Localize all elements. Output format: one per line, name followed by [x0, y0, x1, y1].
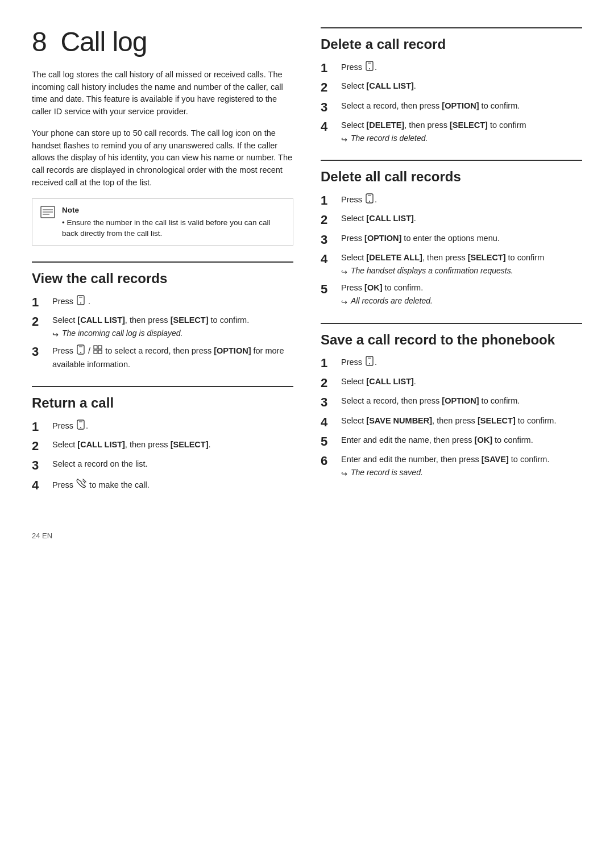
step-num: 2	[32, 314, 52, 329]
step-item: 1 Press .	[32, 295, 293, 310]
step-content: Press to make the call.	[52, 478, 293, 493]
note-icon	[40, 206, 56, 219]
page-footer: 24 EN	[32, 531, 582, 542]
svg-point-5	[80, 302, 81, 304]
chapter-title: 8 Call log	[32, 27, 293, 57]
step-content: Select [CALL LIST].	[341, 213, 582, 225]
section-title-delete-all: Delete all call records	[321, 169, 582, 185]
step-content: Select a record, then press [OPTION] to …	[341, 100, 582, 113]
step-content: Press .	[52, 295, 293, 309]
step-num: 1	[321, 356, 341, 371]
step-content: Select [DELETE ALL], then press [SELECT]…	[341, 252, 582, 277]
svg-rect-13	[98, 350, 102, 354]
step-item: 3 Select a record on the list.	[32, 458, 293, 473]
arrow-icon: ↪	[52, 329, 59, 340]
step-content: Select [CALL LIST].	[341, 376, 582, 388]
section-delete-all-records: Delete all call records 1 Press .	[321, 160, 582, 308]
intro-paragraph-2: Your phone can store up to 50 call recor…	[32, 127, 293, 189]
result-text: The record is deleted.	[351, 133, 428, 144]
call-icon-inline	[76, 478, 87, 493]
result-text: The incoming call log is displayed.	[62, 328, 182, 339]
step-content: Select a record on the list.	[52, 458, 293, 471]
section-delete-call-record: Delete a call record 1 Press .	[321, 27, 582, 145]
step-content: Press .	[52, 420, 293, 434]
svg-point-8	[80, 352, 81, 353]
step-list-delete-all: 1 Press . 2 Select [CALL LIST].	[321, 193, 582, 308]
result-line: ↪ The incoming call log is displayed.	[52, 328, 293, 340]
step-item: 3 Select a record, then press [OPTION] t…	[321, 100, 582, 115]
step-num: 2	[321, 80, 341, 95]
step-item: 5 Enter and edit the name, then press [O…	[321, 434, 582, 449]
step-content: Select [SAVE NUMBER], then press [SELECT…	[341, 415, 582, 427]
result-text: The handset displays a confirmation requ…	[351, 265, 513, 277]
step-item: 1 Press .	[321, 356, 582, 371]
step-content: Press [OK] to confirm. ↪ All records are…	[341, 282, 582, 308]
handset-icon-inline	[76, 295, 86, 309]
result-line: ↪ The record is saved.	[341, 467, 582, 480]
note-content: Note • Ensure the number in the call lis…	[62, 205, 285, 239]
svg-point-15	[80, 427, 81, 428]
step-content: Select a record, then press [OPTION] to …	[341, 395, 582, 408]
section-title-save: Save a call record to the phonebook	[321, 332, 582, 348]
section-title-delete: Delete a call record	[321, 36, 582, 53]
step-list-view: 1 Press . 2 Select [	[32, 295, 293, 371]
arrow-icon: ↪	[341, 468, 347, 480]
arrow-icon: ↪	[341, 297, 347, 308]
step-content: Enter and edit the number, then press [S…	[341, 454, 582, 479]
step-item: 2 Select [CALL LIST], then press [SELECT…	[32, 314, 293, 340]
step-num: 1	[32, 295, 52, 310]
svg-point-21	[369, 201, 370, 202]
step-num: 4	[32, 478, 52, 493]
svg-rect-11	[98, 346, 102, 349]
step-num: 2	[32, 439, 52, 454]
step-num: 3	[321, 100, 341, 115]
step-item: 4 Select [DELETE ALL], then press [SELEC…	[321, 252, 582, 277]
section-save-call-record: Save a call record to the phonebook 1 Pr…	[321, 323, 582, 480]
note-body: • Ensure the number in the call list is …	[62, 218, 285, 239]
result-text: All records are deleted.	[351, 296, 433, 307]
handset-icon-inline2	[76, 344, 86, 359]
step-list-delete: 1 Press . 2 Select [CALL LIST].	[321, 61, 582, 145]
arrow-icon: ↪	[341, 267, 347, 278]
step-list-return: 1 Press . 2 Select [C	[32, 420, 293, 493]
note-title: Note	[62, 205, 285, 216]
step-item: 4 Press to make the call.	[32, 478, 293, 493]
step-num: 2	[321, 376, 341, 391]
step-num: 3	[321, 232, 341, 247]
step-item: 1 Press .	[32, 420, 293, 434]
step-num: 3	[321, 395, 341, 410]
step-item: 5 Press [OK] to confirm. ↪ All records a…	[321, 282, 582, 308]
step-content: Press .	[341, 356, 582, 370]
handset-icon-delall1	[364, 193, 375, 207]
step-content: Enter and edit the name, then press [OK]…	[341, 434, 582, 447]
step-num: 4	[321, 252, 341, 267]
step-item: 2 Select [CALL LIST], then press [SELECT…	[32, 439, 293, 454]
step-num: 1	[32, 420, 52, 434]
section-view-call-records: View the call records 1 Press .	[32, 261, 293, 371]
step-item: 1 Press .	[321, 61, 582, 76]
step-num: 3	[32, 344, 52, 359]
result-text: The record is saved.	[351, 467, 423, 479]
handset-icon-save1	[364, 356, 375, 370]
step-item: 1 Press .	[321, 193, 582, 208]
step-num: 3	[32, 458, 52, 473]
step-item: 2 Select [CALL LIST].	[321, 80, 582, 95]
section-return-call: Return a call 1 Press .	[32, 386, 293, 493]
step-num: 6	[321, 454, 341, 468]
step-item: 2 Select [CALL LIST].	[321, 213, 582, 227]
step-content: Press .	[341, 193, 582, 207]
step-item: 4 Select [SAVE NUMBER], then press [SELE…	[321, 415, 582, 430]
step-item: 4 Select [DELETE], then press [SELECT] t…	[321, 119, 582, 145]
step-item: 3 Select a record, then press [OPTION] t…	[321, 395, 582, 410]
step-num: 1	[321, 61, 341, 76]
step-num: 2	[321, 213, 341, 227]
step-content: Select [DELETE], then press [SELECT] to …	[341, 119, 582, 145]
step-num: 5	[321, 434, 341, 449]
section-title-return: Return a call	[32, 395, 293, 412]
intro-paragraph-1: The call log stores the call history of …	[32, 69, 293, 118]
step-content: Press .	[341, 61, 582, 75]
step-content: Press /	[52, 344, 293, 371]
section-title-view: View the call records	[32, 271, 293, 287]
step-item: 3 Press [OPTION] to enter the options me…	[321, 232, 582, 247]
step-content: Select [CALL LIST].	[341, 80, 582, 93]
